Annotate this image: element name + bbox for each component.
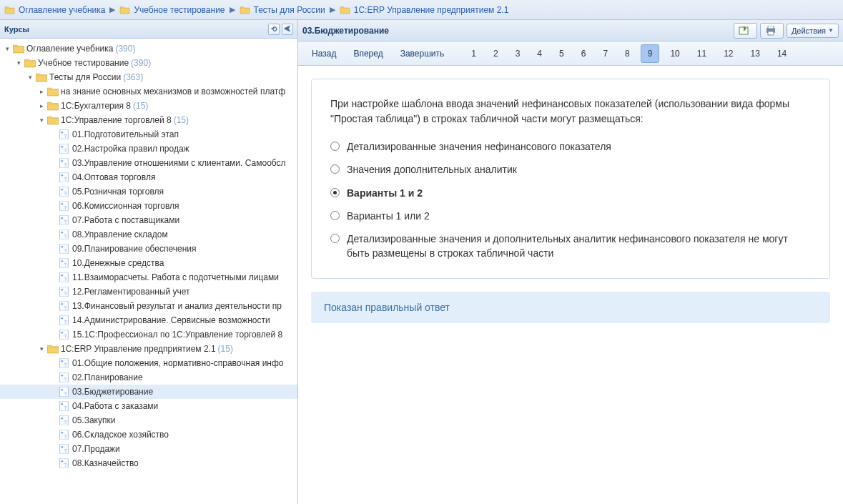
tree: ▾Оглавление учебника(390)▾Учебное тестир… [0,39,297,504]
pager-page[interactable]: 14 [771,45,793,62]
folder-icon [47,344,59,354]
folder-icon [240,6,250,14]
tree-count: (15) [174,115,189,125]
no-expand [49,202,57,210]
tree-item[interactable]: 08.Управление складом [0,227,297,242]
left-panel-header: Курсы ⟲ ⮜ [0,20,297,39]
folder-icon [47,87,59,97]
answer-option[interactable]: Варианты 1 и 2 [330,186,811,200]
tree-item[interactable]: 06.Комиссионная торговля [0,199,297,213]
left-panel-title: Курсы [4,25,266,34]
tree-label: 01.Общие положения, нормативно-справочна… [72,358,284,368]
tree-item[interactable]: 02.Настройка правил продаж [0,142,297,156]
pager-page[interactable]: 10 [664,45,686,62]
answer-option[interactable]: Детализированные значения нефинансового … [330,139,811,154]
actions-button[interactable]: Действия▼ [787,24,839,38]
no-expand [49,287,57,296]
pager-page[interactable]: 12 [717,45,739,62]
tree-item[interactable]: 04.Оптовая торговля [0,170,297,184]
tree-folder[interactable]: ▾1С:ERP Управление предприятием 2.1(15) [0,342,297,356]
tree-folder[interactable]: ▸1С:Бухгалтерия 8(15) [0,99,297,113]
tree-folder[interactable]: ▾1С:Управление торговлей 8(15) [0,113,297,127]
breadcrumb-link[interactable]: Учебное тестирование [134,5,225,15]
tree-item[interactable]: 11.Взаиморасчеты. Работа с подотчетными … [0,270,297,285]
document-icon [59,129,70,139]
tree-item[interactable]: 05.Закупки [0,413,297,428]
document-icon [59,458,70,468]
pager-back[interactable]: Назад [305,45,342,62]
pager-forward[interactable]: Вперед [347,45,389,62]
tree-label: 05.Розничная торговля [72,187,164,197]
tree-item[interactable]: 03.Бюджетирование [0,385,297,399]
tree-label: Оглавление учебника [26,44,113,54]
pager-page[interactable]: 8 [618,45,636,62]
pager-page[interactable]: 5 [553,45,571,62]
document-icon [59,187,70,197]
export-button[interactable] [734,23,757,39]
pager-page[interactable]: 1 [465,45,483,62]
tree-item[interactable]: 13.Финансовый результат и анализ деятель… [0,299,297,313]
tree-item[interactable]: 01.Общие положения, нормативно-справочна… [0,356,297,370]
tree-label: 01.Подготовительный этап [72,129,179,139]
pager-page[interactable]: 9 [641,44,660,63]
expand-icon[interactable]: ▸ [37,87,46,96]
tree-label: 15.1С:Профессионал по 1С:Управление торг… [72,330,282,340]
tree-item[interactable]: 10.Денежные средства [0,256,297,270]
refresh-icon[interactable]: ⟲ [268,24,280,35]
tree-folder[interactable]: ▾Оглавление учебника(390) [0,41,297,56]
tree-item[interactable]: 03.Управление отношениями с клиентами. С… [0,156,297,170]
pager-finish[interactable]: Завершить [394,45,451,62]
answer-option[interactable]: Значения дополнительных аналитик [330,162,811,177]
no-expand [49,373,57,382]
tree-item[interactable]: 09.Планирование обеспечения [0,242,297,256]
tree-item[interactable]: 06.Складское хозяйство [0,428,297,442]
document-icon [59,330,70,340]
expand-icon[interactable]: ▸ [37,102,46,110]
tree-label: 07.Работа с поставщиками [72,215,179,225]
tree-folder[interactable]: ▸на знание основных механизмов и возможн… [0,84,297,99]
breadcrumb-link[interactable]: Тесты для России [254,5,325,15]
tree-item[interactable]: 04.Работа с заказами [0,399,297,413]
tree-item[interactable]: 12.Регламентированный учет [0,285,297,299]
tree-item[interactable]: 08.Казначейство [0,456,297,470]
folder-icon [119,6,130,14]
answer-option[interactable]: Детализированные значения и дополнительн… [330,232,811,261]
document-icon [59,358,70,368]
radio-icon [330,211,340,220]
pager-page[interactable]: 4 [531,45,548,62]
tree-folder[interactable]: ▾Учебное тестирование(390) [0,56,297,70]
collapse-icon[interactable]: ▾ [26,73,34,81]
tree-folder[interactable]: ▾Тесты для России(363) [0,70,297,84]
no-expand [49,330,57,339]
tree-item[interactable]: 02.Планирование [0,370,297,385]
collapse-icon[interactable]: ⮜ [282,24,293,35]
print-button[interactable] [760,23,784,39]
collapse-icon[interactable]: ▾ [3,44,11,53]
breadcrumb-link[interactable]: 1С:ERP Управление предприятием 2.1 [354,5,509,15]
tree-item[interactable]: 14.Администрирование. Сервисные возможно… [0,313,297,327]
pager-page[interactable]: 2 [487,45,505,62]
tree-item[interactable]: 07.Работа с поставщиками [0,213,297,227]
tree-label: 03.Управление отношениями с клиентами. С… [72,158,286,168]
collapse-icon[interactable]: ▾ [37,116,46,124]
answer-option[interactable]: Варианты 1 или 2 [330,209,811,223]
tree-item[interactable]: 15.1С:Профессионал по 1С:Управление торг… [0,327,297,342]
left-panel: Курсы ⟲ ⮜ ▾Оглавление учебника(390)▾Учеб… [0,20,298,504]
pager-page[interactable]: 6 [575,45,593,62]
answer-text: Детализированные значения нефинансового … [347,139,611,154]
pager-page[interactable]: 3 [509,45,527,62]
collapse-icon[interactable]: ▾ [37,345,46,353]
breadcrumb: Оглавление учебника▶Учебное тестирование… [0,0,843,20]
tree-label: 10.Денежные средства [72,258,164,268]
breadcrumb-link[interactable]: Оглавление учебника [19,5,105,15]
collapse-icon[interactable]: ▾ [14,59,23,67]
folder-icon [13,44,24,54]
pager-page[interactable]: 13 [744,45,766,62]
tree-item[interactable]: 05.Розничная торговля [0,184,297,199]
pager-page[interactable]: 11 [691,45,713,62]
document-icon [59,415,70,425]
pager-page[interactable]: 7 [596,45,614,62]
tree-item[interactable]: 07.Продажи [0,442,297,456]
tree-item[interactable]: 01.Подготовительный этап [0,127,297,142]
tree-label: 02.Настройка правил продаж [72,144,189,154]
